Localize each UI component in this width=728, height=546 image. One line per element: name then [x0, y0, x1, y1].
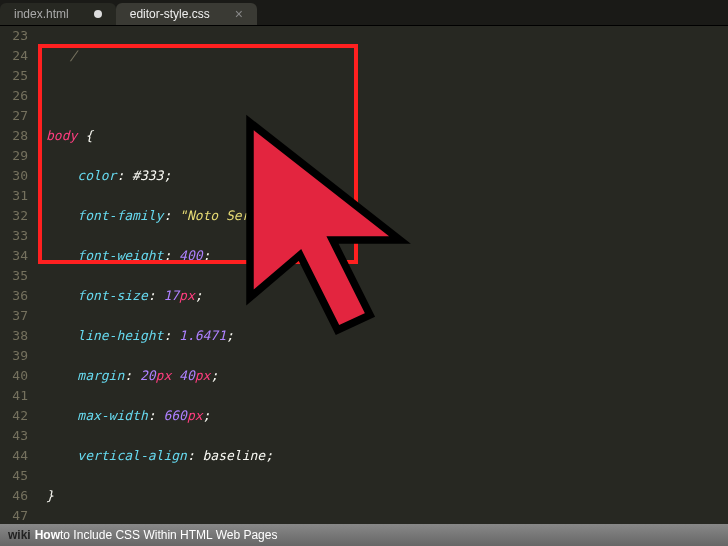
number: 20: [140, 368, 156, 383]
tab-label: index.html: [14, 7, 69, 21]
selector: body: [46, 128, 77, 143]
brand-suffix: How: [35, 528, 60, 542]
footer-bar: wikiHow to Include CSS Within HTML Web P…: [0, 524, 728, 546]
dirty-indicator-icon: [94, 10, 102, 18]
property: max-width: [77, 408, 147, 423]
tab-index-html[interactable]: index.html: [0, 3, 116, 25]
string: "Noto Serif": [179, 208, 273, 223]
value: , serif: [273, 208, 328, 223]
unit: px: [195, 368, 211, 383]
value: baseline: [203, 448, 266, 463]
number: 660: [163, 408, 186, 423]
line-number-gutter: 2324252627282930313233343536373839404142…: [0, 26, 36, 524]
code-content[interactable]: / body { color: #333; font-family: "Noto…: [36, 26, 728, 524]
punctuation: }: [46, 488, 54, 503]
brand-text: wiki: [8, 528, 31, 542]
tab-editor-style-css[interactable]: editor-style.css ×: [116, 3, 257, 25]
number: 1.6471: [179, 328, 226, 343]
property: font-weight: [77, 248, 163, 263]
code-text: /: [69, 48, 77, 63]
number: 400: [179, 248, 202, 263]
editor-area: 2324252627282930313233343536373839404142…: [0, 26, 728, 524]
unit: px: [156, 368, 172, 383]
property: vertical-align: [77, 448, 187, 463]
value: #333: [132, 168, 163, 183]
property: margin: [77, 368, 124, 383]
unit: px: [187, 408, 203, 423]
property: font-family: [77, 208, 163, 223]
page-title: to Include CSS Within HTML Web Pages: [60, 528, 277, 542]
punctuation: {: [77, 128, 93, 143]
unit: px: [179, 288, 195, 303]
number: 40: [179, 368, 195, 383]
tab-label: editor-style.css: [130, 7, 210, 21]
property: line-height: [77, 328, 163, 343]
number: 17: [163, 288, 179, 303]
property: color: [77, 168, 116, 183]
tab-bar: index.html editor-style.css ×: [0, 0, 728, 26]
close-icon[interactable]: ×: [235, 6, 243, 22]
property: font-size: [77, 288, 147, 303]
